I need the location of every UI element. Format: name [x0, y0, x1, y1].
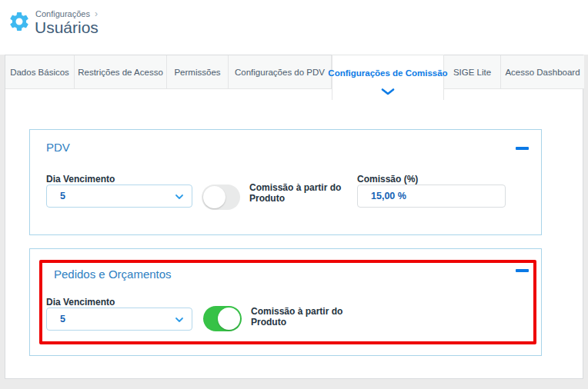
toggle-knob [203, 186, 226, 208]
collapse-pdv-button[interactable] [509, 142, 529, 155]
minus-icon [516, 147, 529, 150]
dia-vencimento-select[interactable]: 5 [46, 308, 192, 331]
gear-icon [8, 10, 31, 33]
breadcrumb-link[interactable]: Configurações [35, 9, 90, 18]
tab-label: Acesso Dashboard [505, 68, 580, 77]
select-value: 5 [60, 314, 65, 324]
tab-configuracoes-do-pdv[interactable]: Configurações do PDV [229, 55, 332, 89]
tab-label: SIGE Lite [453, 68, 491, 77]
tab-label: Permissões [174, 68, 220, 77]
tab-dados-basicos[interactable]: Dados Básicos [5, 55, 75, 89]
tab-permissoes[interactable]: Permissões [167, 55, 229, 89]
tab-restricoes-de-acesso[interactable]: Restrições de Acesso [75, 55, 167, 89]
comissao-produto-toggle[interactable] [203, 306, 242, 331]
comissao-produto-toggle-label: Comissão à partir do Produto [249, 182, 343, 204]
tab-label: Configurações de Comissão [328, 68, 447, 78]
chevron-down-icon [175, 194, 184, 200]
dia-vencimento-select[interactable]: 5 [46, 185, 192, 208]
panel-pedidos-orcamentos: Pedidos e Orçamentos Dia Vencimento 5 Co… [29, 248, 542, 356]
collapse-pedidos-button[interactable] [509, 264, 529, 277]
page-title: Usuários [35, 18, 99, 37]
settings-page: Configurações› Usuários Dados Básicos Re… [0, 0, 588, 389]
tab-label: Dados Básicos [10, 68, 69, 77]
tab-label: Configurações do PDV [235, 68, 325, 77]
dia-vencimento-label: Dia Vencimento [46, 174, 115, 185]
page-header: Configurações› Usuários [0, 0, 588, 55]
tab-acesso-dashboard[interactable]: Acesso Dashboard [501, 55, 584, 89]
dia-vencimento-label: Dia Vencimento [46, 297, 115, 308]
panel-pdv: PDV Dia Vencimento 5 Comissão à partir d… [29, 129, 542, 235]
comissao-percent-input[interactable] [357, 185, 506, 208]
tab-sige-lite[interactable]: SIGE Lite [444, 55, 501, 89]
tab-configuracoes-de-comissao[interactable]: Configurações de Comissão [332, 55, 444, 100]
breadcrumb-chevron-icon: › [95, 8, 98, 19]
comissao-produto-toggle[interactable] [202, 185, 240, 210]
breadcrumb[interactable]: Configurações› [35, 8, 98, 19]
panel-pedidos-title: Pedidos e Orçamentos [54, 268, 172, 281]
chevron-down-icon [175, 317, 184, 323]
tab-label: Restrições de Acesso [78, 68, 163, 77]
select-value: 5 [60, 191, 65, 201]
minus-icon [516, 269, 529, 272]
comissao-percent-label: Comissão (%) [357, 174, 418, 185]
comissao-produto-toggle-label: Comissão à partir do Produto [251, 306, 345, 327]
content-card: Dados Básicos Restrições de Acesso Permi… [5, 55, 583, 379]
chevron-down-icon [381, 88, 395, 95]
panel-pdv-title: PDV [46, 141, 70, 154]
toggle-knob [218, 308, 240, 330]
